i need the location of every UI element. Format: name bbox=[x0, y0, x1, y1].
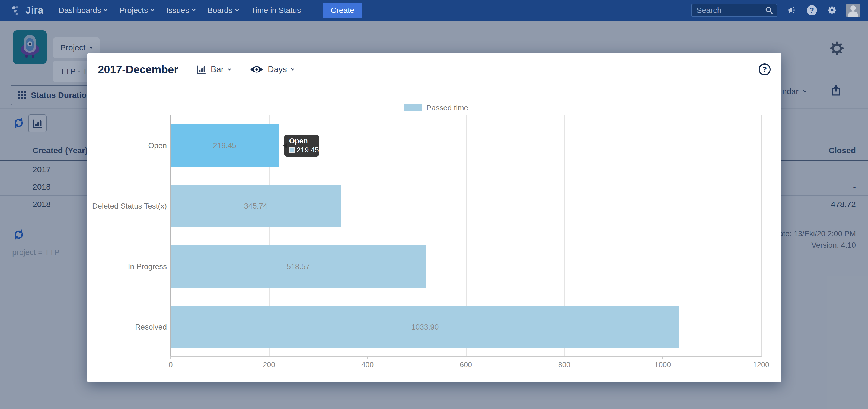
chart-tooltip: Open 219.45 bbox=[284, 134, 319, 157]
nav-dashboards[interactable]: Dashboards bbox=[59, 6, 107, 15]
chart-legend[interactable]: Passed time bbox=[404, 104, 468, 112]
top-nav: Jira Dashboards Projects Issues Boards T… bbox=[0, 0, 868, 21]
bar-value-label: 1033.90 bbox=[411, 323, 439, 332]
category-label: Resolved bbox=[84, 297, 170, 357]
search-box[interactable] bbox=[691, 4, 777, 17]
x-axis-tick-label: 0 bbox=[168, 361, 173, 369]
nav-issues[interactable]: Issues bbox=[166, 6, 195, 15]
chevron-down-icon bbox=[227, 67, 231, 70]
status-duration-modal: 2017-December Bar Days ? Passed time bbox=[87, 53, 781, 382]
category-label: In Progress bbox=[84, 236, 170, 297]
chevron-down-icon bbox=[291, 67, 294, 70]
bar-value-label: 345.74 bbox=[244, 202, 268, 211]
settings-gear-icon[interactable] bbox=[827, 5, 837, 15]
x-axis-tick-label: 1000 bbox=[654, 361, 671, 369]
bar-chart-icon bbox=[196, 64, 207, 74]
bar-value-label: 219.45 bbox=[213, 141, 236, 150]
bar-resolved[interactable]: 1033.90 bbox=[170, 306, 680, 348]
bar-in-progress[interactable]: 518.57 bbox=[170, 245, 426, 288]
x-axis-tick bbox=[466, 356, 466, 359]
x-axis-tick-label: 200 bbox=[263, 361, 275, 369]
chevron-down-icon bbox=[235, 8, 239, 11]
jira-logo-text: Jira bbox=[26, 5, 43, 16]
modal-help-icon[interactable]: ? bbox=[759, 63, 771, 75]
plot-area: Open 219.45 020040060080010001200Open219… bbox=[170, 115, 762, 357]
modal-header: 2017-December Bar Days ? bbox=[87, 53, 781, 86]
x-axis-tick-label: 800 bbox=[558, 361, 570, 369]
x-axis-tick-label: 1200 bbox=[753, 361, 769, 369]
bar-deleted-status-test-x-[interactable]: 345.74 bbox=[170, 185, 341, 227]
category-label: Open bbox=[84, 115, 170, 176]
search-input[interactable] bbox=[696, 6, 765, 15]
jira-logo[interactable]: Jira bbox=[11, 4, 43, 16]
legend-label: Passed time bbox=[426, 104, 468, 112]
x-axis-tick bbox=[269, 356, 269, 359]
tooltip-value: 219.45 bbox=[297, 146, 319, 154]
chevron-down-icon bbox=[151, 8, 154, 11]
x-axis-tick-label: 600 bbox=[460, 361, 472, 369]
x-axis-tick bbox=[761, 356, 762, 359]
unit-select[interactable]: Days bbox=[250, 65, 294, 74]
modal-title: 2017-December bbox=[98, 63, 178, 76]
user-avatar[interactable] bbox=[846, 3, 860, 17]
legend-swatch bbox=[404, 104, 422, 112]
eye-icon bbox=[250, 65, 264, 74]
x-axis-tick bbox=[564, 356, 564, 359]
chevron-down-icon bbox=[104, 8, 107, 11]
x-axis-tick-label: 400 bbox=[361, 361, 373, 369]
x-axis-tick bbox=[367, 356, 368, 359]
nav-projects[interactable]: Projects bbox=[119, 6, 154, 15]
bar-value-label: 518.57 bbox=[287, 262, 310, 271]
help-icon[interactable]: ? bbox=[807, 5, 817, 15]
category-label: Deleted Status Test(x) bbox=[84, 176, 170, 236]
jira-logo-icon bbox=[11, 4, 23, 16]
nav-boards[interactable]: Boards bbox=[208, 6, 239, 15]
nav-time-in-status[interactable]: Time in Status bbox=[251, 6, 301, 15]
x-axis-tick bbox=[662, 356, 663, 359]
search-icon[interactable] bbox=[765, 6, 773, 14]
chevron-down-icon bbox=[192, 8, 195, 11]
chart-type-select[interactable]: Bar bbox=[196, 64, 231, 74]
tooltip-title: Open bbox=[289, 137, 319, 146]
bar-open[interactable]: 219.45 bbox=[170, 124, 279, 167]
create-button[interactable]: Create bbox=[322, 3, 362, 18]
tooltip-swatch bbox=[289, 147, 295, 153]
feedback-megaphone-icon[interactable] bbox=[787, 5, 797, 15]
